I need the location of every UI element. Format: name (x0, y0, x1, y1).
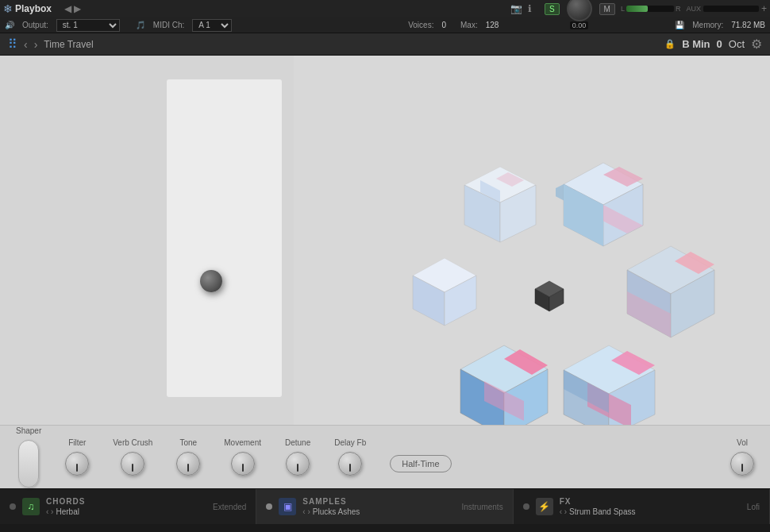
breadcrumb: Time Travel (44, 39, 93, 50)
chords-tab-right: Extended (213, 503, 246, 511)
dots-icon: ⠿ (8, 37, 17, 52)
lock-icon[interactable]: 🔒 (664, 39, 676, 49)
snowflake-icon: ❄ (3, 2, 13, 15)
shaper-control: Shaper (16, 426, 41, 488)
voices-value: 0 (441, 21, 446, 29)
samples-sub-text: Plucks Ashes (313, 507, 360, 516)
chords-tab-sub: ‹ › Herbal (46, 507, 85, 516)
shaper-rect (167, 79, 282, 397)
fx-sub-text: Strum Band Spass (569, 507, 635, 516)
movement-control: Movement (224, 438, 261, 476)
movement-label: Movement (224, 438, 261, 447)
chords-tab-name: CHORDS (46, 497, 85, 506)
oct-zero: 0 (717, 38, 722, 50)
movement-knob[interactable] (231, 452, 255, 476)
kontakt-top-bar: ❄ Playbox ◀ ▶ 📷 ℹ S Tune 0.00 M L R AUX … (0, 0, 770, 17)
nav-prev-icon[interactable]: ◀ (64, 3, 71, 14)
m-button[interactable]: M (599, 3, 615, 15)
instrument-title: Playbox (15, 3, 52, 14)
cube-5-tiny (532, 279, 568, 317)
nav-next-icon[interactable]: ▶ (74, 3, 81, 14)
delay-fb-knob[interactable] (338, 452, 362, 476)
fx-tab-sub: ‹ › Strum Band Spass (560, 507, 636, 516)
delay-fb-label: Delay Fb (334, 438, 366, 447)
aux-plus-icon[interactable]: + (761, 3, 767, 14)
vol-control: Vol (730, 438, 754, 476)
verb-crush-control: Verb Crush (113, 438, 152, 476)
camera-icon[interactable]: 📷 (510, 3, 522, 14)
controls-area: Shaper Filter Verb Crush Tone Movement D… (0, 425, 770, 488)
nav-right-chevron[interactable]: › (34, 38, 38, 51)
fx-dot (523, 503, 529, 510)
verb-crush-knob[interactable] (121, 452, 144, 476)
gear-icon[interactable]: ⚙ (751, 37, 762, 52)
nav-left-chevron[interactable]: ‹ (24, 38, 28, 51)
tone-knob[interactable] (176, 452, 200, 476)
lr-meter: L R (621, 5, 681, 13)
vol-knob[interactable] (730, 452, 754, 476)
samples-tab-right: Instruments (461, 503, 502, 511)
tab-fx[interactable]: ⚡ FX ‹ › Strum Band Spass Lofi (514, 489, 770, 524)
info-icon[interactable]: ℹ (528, 3, 532, 14)
aux-label: AUX (686, 5, 701, 13)
nav-row: ⠿ ‹ › Time Travel playbox 🔒 B Min 0 Oct … (0, 33, 770, 56)
shaper-fader[interactable] (18, 440, 39, 488)
tab-chords[interactable]: ♫ CHORDS ‹ › Herbal Extended (0, 489, 256, 524)
nav-right-section: 🔒 B Min 0 Oct ⚙ (664, 37, 762, 52)
tune-value: 0.00 (570, 21, 589, 29)
midi-label: MIDI Ch: (153, 21, 184, 29)
fx-tab-content: FX ‹ › Strum Band Spass (560, 497, 636, 516)
filter-knob[interactable] (65, 452, 89, 476)
cube-7 (556, 341, 663, 425)
samples-tab-content: SAMPLES ‹ › Plucks Ashes (302, 497, 360, 516)
detune-knob[interactable] (286, 452, 310, 476)
key-display: B Min (682, 38, 710, 50)
voices-label: Voices: (408, 21, 433, 29)
fx-icon: ⚡ (536, 498, 553, 515)
filter-control: Filter (65, 438, 89, 476)
memory-label: Memory: (692, 21, 723, 29)
samples-dot (266, 503, 272, 510)
samples-icon: ▣ (279, 498, 296, 515)
midi-icon: 🎵 (136, 21, 145, 29)
memory-icon: 💾 (675, 21, 684, 29)
aux-meter (703, 6, 759, 12)
shaper-ball[interactable] (200, 270, 222, 292)
samples-tab-sub: ‹ › Plucks Ashes (302, 507, 360, 516)
samples-tab-name: SAMPLES (302, 497, 360, 506)
half-time-control: Half-Time (390, 442, 451, 472)
detune-control: Detune (285, 438, 310, 476)
cube-2 (556, 159, 651, 256)
memory-value: 71.82 MB (731, 21, 765, 29)
tune-knob[interactable] (567, 0, 592, 21)
tab-samples[interactable]: ▣ SAMPLES ‹ › Plucks Ashes Instruments (256, 489, 513, 524)
output-label: Output: (22, 21, 48, 29)
tone-label: Tone (179, 438, 197, 447)
delay-fb-control: Delay Fb (334, 438, 366, 476)
cube-6 (452, 341, 556, 425)
output-select[interactable]: st. 1 (56, 19, 120, 32)
cube-1 (456, 163, 544, 252)
fx-tab-name: FX (560, 497, 636, 506)
midi-select[interactable]: A 1 (192, 19, 232, 32)
main-area (0, 56, 770, 425)
s-button[interactable]: S (545, 3, 560, 15)
output-row: 🔊 Output: st. 1 🎵 MIDI Ch: A 1 Voices: 0… (0, 17, 770, 33)
half-time-button[interactable]: Half-Time (390, 455, 451, 472)
max-value: 128 (486, 21, 499, 29)
shaper-label: Shaper (16, 426, 41, 435)
fx-tab-right: Lofi (747, 503, 760, 511)
chords-icon: ♫ (22, 498, 40, 515)
chords-tab-content: CHORDS ‹ › Herbal (46, 497, 85, 516)
oct-label: Oct (729, 38, 745, 50)
tone-control: Tone (176, 438, 200, 476)
tune-section: Tune 0.00 (567, 0, 592, 29)
verb-crush-label: Verb Crush (113, 438, 152, 447)
cube-3 (619, 242, 722, 347)
max-label: Max: (460, 21, 478, 29)
chords-dot (10, 503, 16, 510)
output-icon: 🔊 (5, 21, 14, 29)
bottom-tabs: ♫ CHORDS ‹ › Herbal Extended ▣ SAMPLES ‹… (0, 488, 770, 524)
chords-sub-text: Herbal (56, 507, 79, 516)
filter-label: Filter (68, 438, 86, 447)
